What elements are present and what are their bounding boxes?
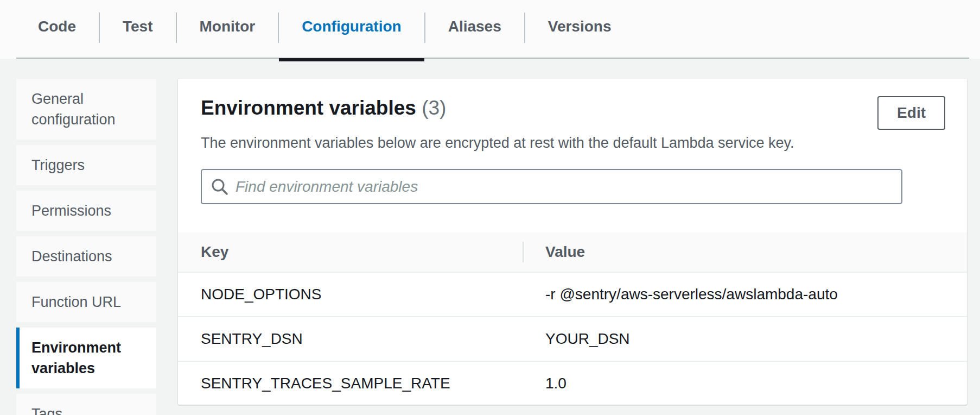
sidebar-item-tags[interactable]: Tags [16, 394, 156, 415]
tab-aliases[interactable]: Aliases [425, 0, 524, 61]
tab-test[interactable]: Test [100, 0, 176, 61]
sidebar-item-destinations[interactable]: Destinations [16, 236, 156, 276]
sidebar-item-environment-variables[interactable]: Environment variables [16, 328, 156, 388]
env-var-value: -r @sentry/aws-serverless/awslambda-auto [523, 286, 967, 303]
edit-button[interactable]: Edit [877, 96, 945, 130]
environment-variables-table: Key Value NODE_OPTIONS -r @sentry/aws-se… [178, 232, 967, 405]
sidebar-item-general-configuration[interactable]: General configuration [16, 79, 156, 140]
table-row: NODE_OPTIONS -r @sentry/aws-serverless/a… [178, 273, 967, 317]
function-tabs: Code Test Monitor Configuration Aliases … [0, 0, 980, 59]
item-count-badge: (3) [422, 97, 446, 119]
configuration-sidebar: General configuration Triggers Permissio… [16, 79, 156, 415]
function-tab-strip: Code Test Monitor Configuration Aliases … [0, 0, 980, 59]
env-var-key: NODE_OPTIONS [178, 286, 523, 303]
env-var-value: 1.0 [523, 375, 967, 392]
search-icon [211, 178, 229, 196]
page-title: Environment variables (3) [201, 95, 944, 121]
filter-bar [201, 169, 902, 204]
sidebar-item-function-url[interactable]: Function URL [16, 282, 156, 322]
table-row: SENTRY_DSN YOUR_DSN [178, 317, 967, 362]
tab-code[interactable]: Code [15, 0, 99, 61]
tab-monitor[interactable]: Monitor [177, 0, 278, 61]
panel-title-text: Environment variables [201, 97, 416, 119]
search-input[interactable] [201, 169, 902, 204]
tab-versions[interactable]: Versions [525, 0, 634, 61]
env-var-key: SENTRY_DSN [178, 330, 523, 348]
panel-description: The environment variables below are encr… [201, 133, 944, 153]
env-var-value: YOUR_DSN [523, 330, 967, 348]
environment-variables-panel: Environment variables (3) Edit The envir… [178, 79, 967, 405]
column-header-key: Key [178, 243, 523, 261]
tab-configuration[interactable]: Configuration [279, 0, 424, 61]
sidebar-item-permissions[interactable]: Permissions [16, 191, 156, 231]
table-header-row: Key Value [178, 232, 967, 273]
table-row: SENTRY_TRACES_SAMPLE_RATE 1.0 [178, 362, 967, 405]
panel-header: Environment variables (3) Edit The envir… [178, 79, 967, 153]
lambda-configuration-page: Code Test Monitor Configuration Aliases … [0, 0, 980, 415]
sidebar-item-triggers[interactable]: Triggers [16, 145, 156, 185]
column-header-value: Value [523, 243, 967, 261]
env-var-key: SENTRY_TRACES_SAMPLE_RATE [178, 375, 523, 392]
